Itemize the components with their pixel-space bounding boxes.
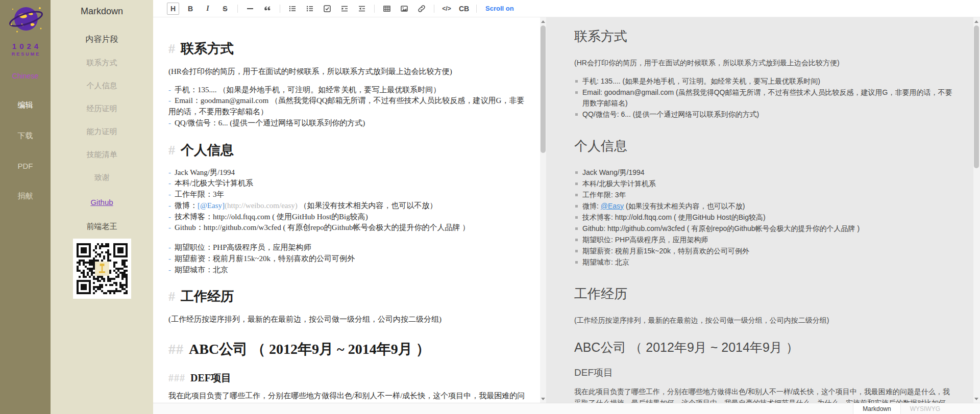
- unordered-list-button[interactable]: [286, 3, 299, 15]
- preview-list-item: QQ/微信号: 6... (提供一个通过网络可以联系到你的方式): [574, 109, 953, 120]
- outdent-icon: [358, 5, 366, 13]
- bold-button[interactable]: B: [184, 3, 197, 15]
- editor-list-item: -期望薪资：税前月薪15k~20k，特别喜欢的公司可例外: [168, 253, 531, 265]
- preview-scrollbar-thumb[interactable]: [974, 25, 979, 168]
- unordered-list-icon: [288, 5, 297, 13]
- indent-icon: [340, 5, 349, 13]
- image-button[interactable]: [398, 3, 410, 15]
- inline-link[interactable]: @Easy: [601, 202, 624, 210]
- wechat-qr-code: [73, 239, 131, 299]
- ordered-list-button[interactable]: [304, 3, 316, 15]
- markdown-editor[interactable]: #联系方式(HR会打印你的简历，用于在面试的时候联系，所以联系方式放到最上边会比…: [153, 17, 540, 403]
- quote-button[interactable]: [261, 3, 274, 15]
- text-segment: Github：http://github.com/w3cfed ( 有原创rep…: [175, 223, 470, 231]
- tab-markdown[interactable]: Markdown: [853, 403, 900, 414]
- check-list-icon: [323, 5, 331, 13]
- preview-list-item: 期望职位: PHP高级程序员，应用架构师: [574, 235, 953, 245]
- resume-preview: 联系方式(HR会打印你的简历，用于在面试的时候联系，所以联系方式放到最上边会比较…: [546, 17, 973, 403]
- list-dash-marker: -: [168, 179, 171, 187]
- tab-wysiwyg[interactable]: WYSIWYG: [901, 403, 949, 414]
- text-segment: 期望城市: 北京: [582, 258, 629, 266]
- toolbar-divider: [237, 5, 238, 13]
- code-block-button[interactable]: CB: [458, 3, 470, 15]
- outdent-button[interactable]: [356, 3, 368, 15]
- nav-item-0[interactable]: 编辑: [18, 100, 33, 110]
- snippet-item-4[interactable]: 技能清单: [87, 150, 117, 160]
- inline-code-button[interactable]: </>: [440, 3, 453, 15]
- horizontal-rule-button[interactable]: [244, 3, 256, 15]
- italic-button[interactable]: I: [202, 3, 214, 15]
- snippets-section-label: 内容片段: [86, 34, 118, 45]
- nav-item-1[interactable]: 下载: [18, 131, 33, 141]
- nav-item-3[interactable]: 捐献: [18, 191, 33, 201]
- text-segment: 技术博客：http://old.ftqq.com ( 使用GitHub Host…: [175, 213, 368, 221]
- preview-list-item: 技术博客: http://old.ftqq.com ( 使用GitHub Hos…: [574, 212, 953, 223]
- snippet-item-2[interactable]: 经历证明: [87, 104, 117, 114]
- content-row: #联系方式(HR会打印你的简历，用于在面试的时候联系，所以联系方式放到最上边会比…: [153, 17, 980, 403]
- check-list-button[interactable]: [321, 3, 333, 15]
- text-segment: Email：goodman@gmail.com （虽然我觉得QQ邮箱无所谓，不过…: [168, 96, 524, 116]
- ordered-list-icon: [306, 5, 314, 13]
- app-window: 1024 RESUME Chinese 编辑下载PDF捐献 Markdown 内…: [0, 0, 980, 414]
- list-dash-marker: -: [168, 201, 171, 210]
- scroll-up-arrow-icon[interactable]: [973, 18, 979, 24]
- text-segment: 手机: 135.... (如果是外地手机，可注明。如经常关机，要写上最优联系时间…: [582, 77, 820, 85]
- snippet-item-3[interactable]: 能力证明: [87, 127, 117, 137]
- quote-icon: [263, 5, 272, 13]
- text-segment: QQ/微信号：6... (提供一个通过网络可以联系到你的方式): [175, 119, 365, 127]
- scroll-down-arrow-icon[interactable]: [540, 396, 546, 402]
- link-button[interactable]: [415, 3, 428, 15]
- heading-text: 个人信息: [181, 143, 234, 158]
- heading-text: 工作经历: [181, 289, 234, 304]
- mode-tabs-bar: Markdown WYSIWYG: [153, 403, 980, 414]
- text-segment: 期望职位：PHP高级程序员，应用架构师: [175, 243, 311, 251]
- snippet-item-1[interactable]: 个人信息: [87, 81, 117, 91]
- editor-list-item: -微博：[@Easy](http://weibo.com/easy) （如果没有…: [168, 200, 531, 212]
- list-dash-marker: -: [168, 243, 171, 251]
- editor-preview-region: H B I S: [153, 0, 980, 414]
- horizontal-rule-icon: [246, 5, 254, 13]
- editor-list-item: -Jack Wang/男/1994: [168, 167, 531, 178]
- table-icon: [383, 5, 391, 13]
- inline-link[interactable]: [@Easy]: [198, 201, 225, 210]
- text-segment: Jack Wang/男/1994: [582, 168, 645, 176]
- preview-scrollbar[interactable]: [973, 17, 980, 403]
- text-segment: 工作年限: 3年: [582, 191, 626, 199]
- nav-item-2[interactable]: PDF: [18, 162, 33, 170]
- editor-list-item: -QQ/微信号：6... (提供一个通过网络可以联系到你的方式): [168, 118, 531, 129]
- toolbar-divider: [374, 5, 375, 13]
- github-link[interactable]: Github: [90, 198, 113, 206]
- text-segment: 本科/北极大学计算机系: [582, 179, 656, 188]
- language-link[interactable]: Chinese: [12, 72, 38, 80]
- preview-heading: 工作经历: [574, 285, 953, 303]
- heading-button[interactable]: H: [167, 3, 179, 15]
- text-segment: 微博：: [175, 201, 198, 210]
- list-dash-marker: -: [168, 190, 171, 198]
- list-dash-marker: -: [168, 213, 171, 221]
- list-dash-marker: -: [168, 86, 171, 94]
- snippets-title: Markdown: [81, 6, 123, 17]
- snippet-item-0[interactable]: 联系方式: [87, 58, 117, 68]
- text-segment: （如果没有技术相关内容，也可以不放）: [298, 201, 437, 210]
- scroll-down-arrow-icon[interactable]: [973, 396, 979, 402]
- text-segment: Github: http://github.com/w3cfed ( 有原创re…: [582, 224, 860, 232]
- toolbar-divider: [434, 5, 434, 13]
- snippets-sidebar: Markdown 内容片段 联系方式个人信息经历证明能力证明技能清单致谢 Git…: [51, 0, 153, 414]
- editor-scrollbar[interactable]: [540, 17, 546, 403]
- editor-list-item: -本科/北极大学计算机系: [168, 178, 531, 189]
- scroll-sync-toggle[interactable]: Scroll on: [485, 5, 514, 12]
- list-dash-marker: -: [168, 168, 171, 176]
- scroll-up-arrow-icon[interactable]: [540, 18, 546, 24]
- editor-list-item: -技术博客：http://old.ftqq.com ( 使用GitHub Hos…: [168, 212, 531, 223]
- editor-heading: ###DEF项目: [168, 371, 531, 385]
- preview-list-item: 工作年限: 3年: [574, 190, 953, 200]
- snippet-item-5[interactable]: 致谢: [94, 173, 110, 183]
- text-segment: 期望职位: PHP高级程序员，应用架构师: [582, 236, 708, 244]
- table-button[interactable]: [381, 3, 393, 15]
- indent-button[interactable]: [338, 3, 351, 15]
- heading-marker: #: [168, 143, 176, 158]
- editor-list-item: -工作年限：3年: [168, 189, 531, 200]
- image-icon: [400, 5, 408, 13]
- editor-scrollbar-thumb[interactable]: [541, 25, 546, 153]
- strikethrough-button[interactable]: S: [219, 3, 231, 15]
